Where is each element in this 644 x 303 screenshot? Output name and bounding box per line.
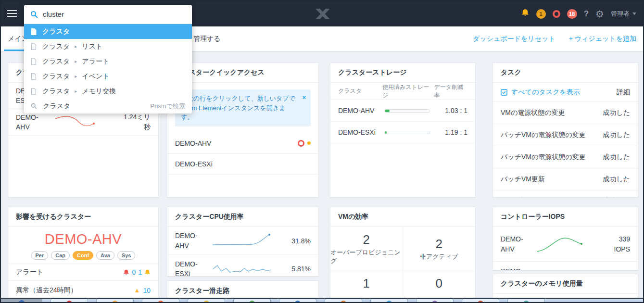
iops-sparkline [535, 234, 588, 254]
taskbar-button[interactable] [51, 299, 88, 303]
notification-count-badge[interactable]: 1 [536, 9, 546, 19]
user-menu[interactable]: 管理者 [611, 10, 636, 18]
taskbar-button[interactable] [462, 299, 499, 303]
file-icon [31, 88, 37, 95]
search-in-prism-hint: Prismで検索 [150, 102, 185, 111]
taskbar-button[interactable] [279, 299, 316, 303]
task-row[interactable]: VM削除 成功した [493, 190, 638, 198]
vm-eff-label: 非アクティブ [420, 252, 458, 261]
manage-dashboards-label[interactable]: 管理する [193, 35, 221, 43]
column-cluster: クラスタ [338, 87, 382, 95]
task-row[interactable]: バッチVMの電源状態の変更 成功した [493, 146, 638, 168]
add-widget-link[interactable]: + ウィジェットを追加 [569, 35, 636, 43]
task-status: 成功した [603, 131, 630, 139]
taskbar-button[interactable] [96, 299, 134, 303]
chevron-down-icon [632, 13, 636, 15]
nutanix-x-logo[interactable] [316, 9, 330, 21]
taskbar-button[interactable] [416, 299, 454, 303]
alert-ring-icon[interactable] [553, 10, 560, 18]
table-header-row: クラスタ 使用済みストレージ データ削減率 [330, 83, 475, 100]
column-storage-used: 使用済みストレージ [382, 83, 434, 100]
prism-dashboard: 1 18 ? ⚙ 管理者 メイン 管理する ダッシュボードをリセット + ウィジ… [0, 0, 644, 303]
search-result-item[interactable]: クラスタ ▸ リスト [24, 39, 192, 54]
cluster-name: DEMO-AHV [175, 139, 211, 147]
taskbar-button[interactable] [325, 299, 362, 303]
user-name-label: 管理者 [611, 10, 630, 18]
critical-alert-count[interactable]: 0 [132, 268, 136, 276]
widget-controller-iops: コントローラーIOPS DEMO-AHV 339 IOPS DEMO-ESXi [492, 207, 638, 270]
search-result-sublabel: イベント [82, 72, 109, 81]
view-all-tasks-link[interactable]: すべてのタスクを表示 [511, 88, 580, 97]
warning-status-dot-icon [307, 141, 311, 145]
file-icon [31, 28, 37, 35]
taskbar-button[interactable] [233, 299, 271, 303]
vm-eff-cell[interactable]: 2 オーバープロビジョニング [330, 227, 403, 271]
pill-per[interactable]: Per [31, 251, 49, 260]
table-row[interactable]: DEMO-AHV 1.03 : 1 [330, 100, 475, 122]
taskbar-button[interactable] [188, 299, 225, 303]
latency-sparkline [53, 114, 98, 130]
file-icon [31, 73, 37, 80]
windows-taskbar[interactable] [1, 298, 643, 302]
search-result-item[interactable]: クラスタ ▸ メモリ交換 [24, 84, 192, 99]
task-status: 成功した [603, 175, 630, 184]
widget-cluster-cpu-usage: クラスターCPU使用率 DEMO-AHV 31.8% DEMO-ESXi 5.8… [167, 207, 319, 277]
table-row[interactable]: DEMO-ESXi [493, 262, 638, 270]
gear-icon[interactable]: ⚙ [595, 9, 604, 19]
critical-status-ring-icon [298, 140, 304, 147]
vm-efficiency-grid: 2 オーバープロビジョニング 2 非アクティブ 1 0 [330, 227, 475, 300]
task-name: バッチVM更新 [501, 175, 545, 184]
start-button[interactable] [1, 299, 42, 302]
hamburger-menu-icon[interactable] [7, 10, 18, 18]
cluster-name: DEMO-ESXi [338, 128, 384, 136]
table-row[interactable]: DEMO-AHV [167, 133, 318, 154]
task-row[interactable]: バッチVM更新 成功した [493, 168, 638, 190]
vm-eff-cell[interactable]: 2 非アクティブ [403, 227, 476, 271]
cluster-name: DEMO-AHV [501, 234, 530, 254]
warning-alert-count[interactable]: 1 [138, 268, 142, 276]
table-row[interactable]: DEMO-AHV 339 IOPS [493, 227, 638, 262]
critical-bell-icon [123, 269, 129, 276]
vm-eff-cell[interactable]: 1 [330, 271, 403, 300]
taskbar-button[interactable] [142, 299, 179, 303]
task-row[interactable]: バッチVMの電源状態の変更 成功した [493, 124, 638, 146]
warning-bell-icon [144, 269, 151, 276]
search-input[interactable] [43, 10, 186, 18]
reset-dashboard-link[interactable]: ダッシュボードをリセット [473, 35, 556, 43]
pill-sys[interactable]: Sys [117, 251, 136, 260]
alert-count-badge[interactable]: 18 [567, 9, 577, 19]
widget-title: クラスターストレージ [330, 63, 475, 83]
pill-ava[interactable]: Ava [96, 251, 114, 260]
table-row[interactable]: DEMO-AHV 31.8% [167, 227, 318, 255]
taskbar-button[interactable] [370, 299, 408, 303]
vm-eff-cell[interactable]: 0 [403, 271, 476, 300]
impacted-cluster-name[interactable]: DEMO-AHV [8, 231, 158, 247]
widget-tasks: タスク すべてのタスクを表示 詳細 VMの電源状態の変更 成功した バッチVMの… [492, 63, 638, 198]
pill-cap[interactable]: Cap [51, 251, 70, 260]
table-row[interactable]: DEMO-ESXi 5.81% [167, 255, 318, 277]
vm-eff-count: 1 [363, 276, 370, 291]
task-row[interactable]: VMの電源状態の変更 成功した [493, 102, 638, 124]
help-icon[interactable]: ? [584, 9, 589, 19]
notification-bell-icon[interactable] [521, 9, 530, 19]
taskbar-button[interactable] [507, 299, 545, 303]
search-result-item[interactable]: クラスタ Prismで検索 [24, 99, 192, 114]
anomaly-row: 異常（過去24時間） ▲ 10 [8, 281, 158, 300]
table-row[interactable]: DEMO-ESXi 1.19 : 1 [330, 122, 475, 143]
search-result-sublabel: リスト [82, 42, 102, 51]
close-icon[interactable]: × [302, 93, 306, 102]
task-name: VMの電源状態の変更 [501, 109, 565, 117]
search-result-item[interactable]: クラスタ ▸ イベント [24, 69, 192, 84]
search-result-item[interactable]: クラスタ ▸ アラート [24, 54, 192, 69]
pill-conf[interactable]: Conf [73, 251, 93, 260]
anomaly-count[interactable]: 10 [143, 287, 151, 294]
search-result-label: クラスタ [42, 42, 70, 51]
vm-eff-count: 0 [436, 276, 442, 291]
iops-value: 339 IOPS [607, 234, 630, 254]
details-link[interactable]: 詳細 [617, 88, 630, 97]
widget-vm-efficiency: VMの効率 2 オーバープロビジョニング 2 非アクティブ 1 0 [330, 207, 476, 300]
table-row[interactable]: DEMO-ESXi [167, 154, 318, 175]
alerts-label: アラート [16, 268, 43, 277]
search-result-item[interactable]: クラスタ [24, 24, 192, 39]
breadcrumb-arrow-icon: ▸ [75, 59, 77, 64]
